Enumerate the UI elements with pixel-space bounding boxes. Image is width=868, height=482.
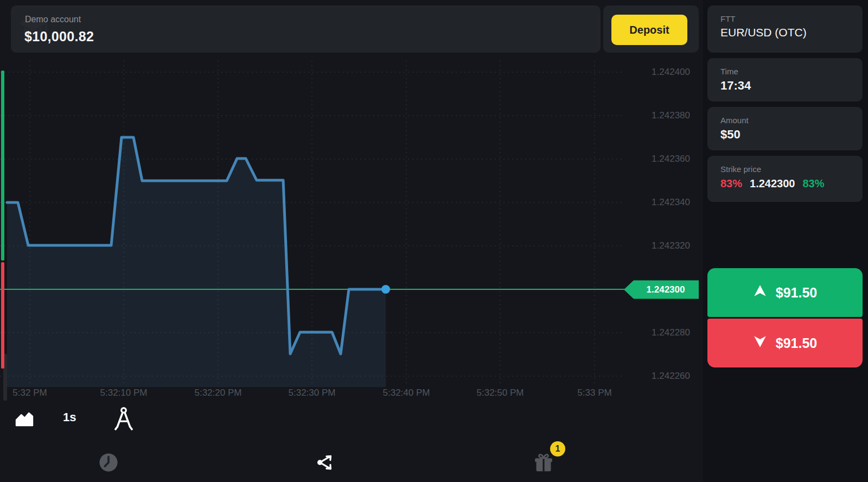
bonuses-nav-button[interactable] [532, 452, 556, 476]
clock-icon [98, 466, 119, 474]
trade-panel: FTT EUR/USD (OTC) Time 17:34 Amount $50 … [703, 0, 868, 482]
instrument-card[interactable]: FTT EUR/USD (OTC) [707, 5, 863, 53]
x-axis-label: 5:32:20 PM [195, 388, 242, 398]
strike-price-value: 1.242300 [750, 177, 795, 190]
strike-price-tag: 1.242300 [624, 280, 699, 300]
x-axis-label: 5:32:10 PM [100, 388, 148, 398]
deposit-button[interactable]: Deposit [611, 15, 687, 45]
timeframe-button[interactable]: 1s [63, 410, 76, 424]
route-arrows-icon [315, 466, 336, 474]
chart-type-button[interactable] [13, 408, 36, 431]
expand-nav-button[interactable] [314, 451, 337, 475]
y-axis-label: 1.242260 [652, 371, 690, 382]
instrument-category: FTT [720, 14, 736, 23]
deposit-card: Deposit [603, 5, 699, 53]
compass-icon [113, 425, 135, 433]
call-button[interactable]: $91.50 [707, 268, 863, 317]
price-chart: 1.2424001.2423801.2423601.2423401.242320… [0, 0, 703, 404]
gift-badge: 1 [550, 441, 565, 456]
time-label: Time [720, 67, 738, 76]
trading-app: 1.2424001.2423801.2423601.2423401.242320… [0, 0, 868, 482]
x-axis-label: 5:32:50 PM [477, 388, 524, 398]
strike-label: Strike price [720, 164, 761, 174]
strike-values: 83% 1.242300 83% [720, 177, 824, 190]
y-axis-label: 1.242360 [652, 154, 690, 164]
area-chart-icon [15, 422, 34, 430]
put-percent: 83% [720, 177, 742, 190]
y-axis-label: 1.242320 [652, 240, 690, 251]
call-payout: $91.50 [776, 285, 817, 301]
sentiment-bar-up [1, 71, 4, 261]
put-payout: $91.50 [776, 335, 817, 351]
account-balance-card[interactable]: Demo account $10,000.82 [11, 5, 601, 53]
y-axis-label: 1.242380 [652, 110, 690, 121]
account-type-label: Demo account [25, 15, 81, 24]
x-axis-label: 5:32:30 PM [289, 388, 336, 398]
x-axis-label: 5:32 PM [12, 388, 47, 398]
y-axis-label: 1.242340 [652, 197, 690, 208]
amount-value: $50 [720, 128, 741, 142]
amount-selector-card[interactable]: Amount $50 [707, 107, 863, 150]
gift-icon [533, 467, 554, 475]
amount-label: Amount [720, 116, 749, 125]
chart-canvas [0, 0, 703, 404]
x-axis-label: 5:33 PM [577, 388, 611, 398]
drawing-tools-button[interactable] [112, 406, 136, 433]
sentiment-bar-down [1, 262, 4, 369]
y-axis-label: 1.242280 [652, 327, 690, 338]
time-selector-card[interactable]: Time 17:34 [707, 58, 863, 102]
account-balance: $10,000.82 [24, 29, 94, 45]
x-axis-label: 5:32:40 PM [383, 388, 430, 398]
y-axis-label: 1.242400 [652, 67, 690, 78]
strike-price-card[interactable]: Strike price 83% 1.242300 83% [707, 156, 863, 202]
arrow-down-icon [753, 335, 767, 351]
call-percent: 83% [802, 177, 824, 190]
instrument-name: EUR/USD (OTC) [720, 26, 807, 39]
arrow-up-icon [753, 284, 767, 301]
put-button[interactable]: $91.50 [707, 319, 863, 367]
history-nav-button[interactable] [97, 451, 120, 475]
time-value: 17:34 [720, 79, 751, 93]
